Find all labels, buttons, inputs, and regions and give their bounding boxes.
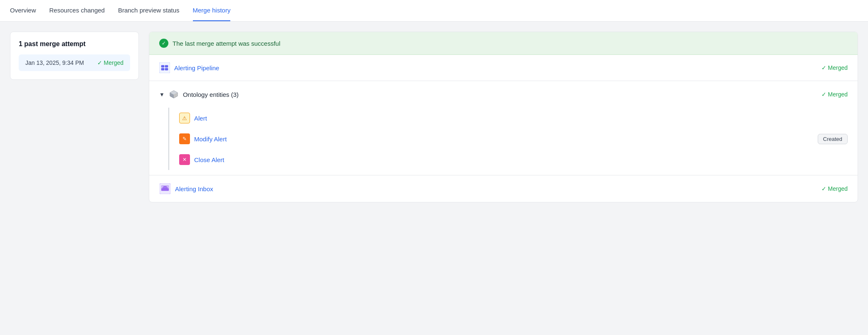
modify-alert-row: ✎ Modify Alert Created: [168, 128, 848, 149]
svg-rect-9: [163, 187, 168, 188]
tab-overview[interactable]: Overview: [10, 0, 36, 21]
check-icon: ✓: [821, 91, 826, 98]
svg-rect-7: [161, 188, 169, 191]
alert-name[interactable]: Alert: [194, 115, 207, 122]
child-left: ⚠ Alert: [179, 113, 207, 123]
modify-alert-name[interactable]: Modify Alert: [194, 135, 227, 143]
chevron-down-icon[interactable]: ▼: [159, 91, 165, 98]
ontology-header: ▼ Ontology entities (3) ✓ Merged: [149, 81, 858, 108]
resource-left: Alerting Pipeline: [159, 62, 219, 73]
close-icon: ✕: [179, 154, 190, 165]
created-badge: Created: [818, 134, 848, 144]
success-check-icon: ✓: [159, 39, 168, 48]
ontology-left: ▼ Ontology entities (3): [159, 89, 239, 100]
ontology-name: Ontology entities (3): [183, 91, 239, 98]
merged-badge: ✓ Merged: [97, 59, 123, 66]
resource-left: Alerting Inbox: [159, 183, 213, 195]
ontology-section: ▼ Ontology entities (3) ✓ Merged: [149, 81, 858, 175]
alerting-pipeline-row: Alerting Pipeline ✓ Merged: [149, 55, 858, 81]
inbox-merged-label: Merged: [828, 185, 848, 192]
alerting-pipeline-name[interactable]: Alerting Pipeline: [174, 64, 219, 71]
svg-rect-4: [165, 68, 168, 70]
check-icon: ✓: [97, 59, 102, 66]
pipeline-icon: [159, 62, 170, 73]
alerting-inbox-row: Alerting Inbox ✓ Merged: [149, 175, 858, 202]
child-left: ✎ Modify Alert: [179, 133, 227, 144]
merge-item-date: Jan 13, 2025, 9:34 PM: [25, 59, 84, 66]
right-panel: ✓ The last merge attempt was successful …: [149, 32, 858, 202]
tabs-bar: Overview Resources changed Branch previe…: [0, 0, 868, 22]
inbox-icon: [159, 183, 171, 195]
tab-merge-history[interactable]: Merge history: [193, 0, 231, 21]
svg-rect-1: [161, 65, 164, 67]
check-icon: ✓: [821, 64, 826, 71]
close-alert-row: ✕ Close Alert: [168, 149, 848, 170]
merged-label: Merged: [828, 64, 848, 71]
alert-warning-icon: ⚠: [179, 113, 190, 123]
ontology-cube-icon: [168, 89, 180, 100]
main-content: 1 past merge attempt Jan 13, 2025, 9:34 …: [0, 22, 868, 212]
svg-rect-2: [165, 65, 168, 67]
alerting-inbox-name[interactable]: Alerting Inbox: [175, 185, 213, 192]
tab-resources-changed[interactable]: Resources changed: [49, 0, 105, 21]
success-text: The last merge attempt was successful: [173, 40, 280, 47]
child-left: ✕ Close Alert: [179, 154, 224, 165]
alerting-pipeline-status: ✓ Merged: [821, 64, 848, 71]
ontology-merged-label: Merged: [828, 91, 848, 98]
svg-rect-0: [159, 62, 170, 73]
alerting-inbox-status: ✓ Merged: [821, 185, 848, 192]
close-alert-name[interactable]: Close Alert: [194, 156, 224, 163]
svg-rect-8: [163, 186, 167, 187]
ontology-status: ✓ Merged: [821, 91, 848, 98]
merge-item[interactable]: Jan 13, 2025, 9:34 PM ✓ Merged: [19, 54, 130, 71]
svg-rect-3: [161, 68, 164, 70]
modify-icon: ✎: [179, 133, 190, 144]
check-icon: ✓: [821, 185, 826, 192]
tab-branch-preview-status[interactable]: Branch preview status: [118, 0, 180, 21]
left-panel: 1 past merge attempt Jan 13, 2025, 9:34 …: [10, 32, 139, 80]
success-banner: ✓ The last merge attempt was successful: [149, 32, 858, 55]
ontology-children: ⚠ Alert ✎ Modify Alert Created: [149, 108, 858, 175]
merged-label: Merged: [104, 59, 123, 66]
past-merge-attempts-title: 1 past merge attempt: [19, 40, 130, 48]
alert-row: ⚠ Alert: [168, 108, 848, 128]
